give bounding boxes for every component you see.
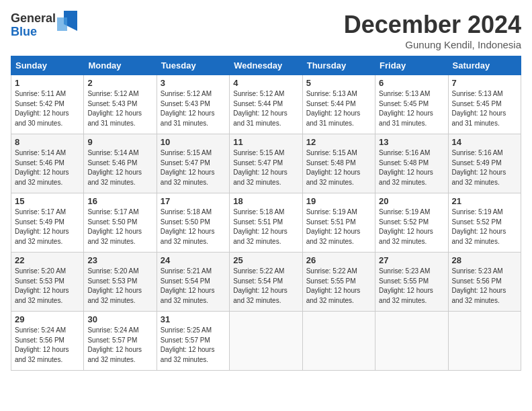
calendar-week-4: 22Sunrise: 5:20 AM Sunset: 5:53 PM Dayli… (11, 253, 521, 312)
calendar-week-1: 1Sunrise: 5:11 AM Sunset: 5:42 PM Daylig… (11, 75, 521, 134)
calendar-cell: 12Sunrise: 5:15 AM Sunset: 5:48 PM Dayli… (302, 134, 375, 193)
calendar-week-2: 8Sunrise: 5:14 AM Sunset: 5:46 PM Daylig… (11, 134, 521, 193)
day-number: 29 (15, 314, 80, 324)
calendar-cell (302, 312, 375, 371)
column-header-monday: Monday (84, 56, 157, 75)
logo-blue: Blue (11, 26, 56, 39)
calendar-cell: 21Sunrise: 5:19 AM Sunset: 5:52 PM Dayli… (448, 193, 521, 253)
day-info: Sunrise: 5:15 AM Sunset: 5:48 PM Dayligh… (306, 148, 371, 187)
day-number: 28 (452, 255, 517, 265)
day-info: Sunrise: 5:12 AM Sunset: 5:43 PM Dayligh… (87, 89, 152, 128)
calendar-cell: 8Sunrise: 5:14 AM Sunset: 5:46 PM Daylig… (11, 134, 84, 193)
month-title: December 2024 (344, 11, 521, 39)
calendar-cell: 11Sunrise: 5:15 AM Sunset: 5:47 PM Dayli… (230, 134, 302, 193)
day-number: 27 (379, 255, 444, 265)
calendar-cell: 22Sunrise: 5:20 AM Sunset: 5:53 PM Dayli… (11, 253, 84, 312)
calendar-cell: 15Sunrise: 5:17 AM Sunset: 5:49 PM Dayli… (11, 193, 84, 253)
day-info: Sunrise: 5:14 AM Sunset: 5:46 PM Dayligh… (15, 148, 80, 187)
calendar-cell (448, 312, 521, 371)
day-info: Sunrise: 5:16 AM Sunset: 5:48 PM Dayligh… (379, 148, 444, 187)
calendar-cell: 2Sunrise: 5:12 AM Sunset: 5:43 PM Daylig… (84, 75, 157, 134)
day-number: 2 (87, 78, 152, 88)
calendar-cell: 28Sunrise: 5:23 AM Sunset: 5:56 PM Dayli… (448, 253, 521, 312)
day-info: Sunrise: 5:18 AM Sunset: 5:50 PM Dayligh… (161, 208, 226, 246)
column-header-sunday: Sunday (11, 56, 84, 75)
calendar-cell: 7Sunrise: 5:13 AM Sunset: 5:45 PM Daylig… (448, 75, 521, 134)
calendar-week-5: 29Sunrise: 5:24 AM Sunset: 5:56 PM Dayli… (11, 312, 521, 371)
day-number: 16 (87, 196, 152, 206)
day-number: 18 (233, 196, 298, 206)
day-info: Sunrise: 5:16 AM Sunset: 5:49 PM Dayligh… (452, 148, 517, 187)
day-number: 23 (87, 255, 152, 265)
day-info: Sunrise: 5:22 AM Sunset: 5:54 PM Dayligh… (233, 267, 298, 306)
day-number: 6 (379, 78, 444, 88)
column-header-thursday: Thursday (302, 56, 375, 75)
day-number: 13 (379, 137, 444, 147)
column-header-saturday: Saturday (448, 56, 521, 75)
calendar-cell (230, 312, 302, 371)
day-info: Sunrise: 5:24 AM Sunset: 5:56 PM Dayligh… (15, 326, 80, 365)
day-number: 25 (233, 255, 298, 265)
calendar-table: SundayMondayTuesdayWednesdayThursdayFrid… (11, 56, 521, 371)
day-number: 5 (306, 78, 371, 88)
title-block: December 2024 Gunung Kendil, Indonesia (344, 11, 521, 50)
calendar-cell: 16Sunrise: 5:17 AM Sunset: 5:50 PM Dayli… (84, 193, 157, 253)
day-number: 10 (161, 137, 226, 147)
column-header-wednesday: Wednesday (230, 56, 302, 75)
day-number: 21 (452, 196, 517, 206)
day-number: 9 (87, 137, 152, 147)
day-info: Sunrise: 5:23 AM Sunset: 5:55 PM Dayligh… (379, 267, 444, 306)
calendar-cell: 3Sunrise: 5:12 AM Sunset: 5:43 PM Daylig… (157, 75, 229, 134)
calendar-cell: 9Sunrise: 5:14 AM Sunset: 5:46 PM Daylig… (84, 134, 157, 193)
day-number: 3 (161, 78, 226, 88)
day-number: 14 (452, 137, 517, 147)
day-number: 31 (161, 314, 226, 324)
day-number: 24 (161, 255, 226, 265)
location: Gunung Kendil, Indonesia (344, 39, 521, 50)
calendar-cell: 19Sunrise: 5:19 AM Sunset: 5:51 PM Dayli… (302, 193, 375, 253)
logo-icon (57, 11, 77, 40)
day-number: 12 (306, 137, 371, 147)
day-number: 15 (15, 196, 80, 206)
calendar-cell: 4Sunrise: 5:12 AM Sunset: 5:44 PM Daylig… (230, 75, 302, 134)
day-info: Sunrise: 5:17 AM Sunset: 5:50 PM Dayligh… (87, 208, 152, 246)
day-info: Sunrise: 5:19 AM Sunset: 5:51 PM Dayligh… (306, 208, 371, 246)
calendar-cell: 6Sunrise: 5:13 AM Sunset: 5:45 PM Daylig… (375, 75, 448, 134)
day-number: 11 (233, 137, 298, 147)
calendar-cell: 31Sunrise: 5:25 AM Sunset: 5:57 PM Dayli… (157, 312, 229, 371)
calendar-cell: 20Sunrise: 5:19 AM Sunset: 5:52 PM Dayli… (375, 193, 448, 253)
calendar-cell: 29Sunrise: 5:24 AM Sunset: 5:56 PM Dayli… (11, 312, 84, 371)
day-info: Sunrise: 5:20 AM Sunset: 5:53 PM Dayligh… (15, 267, 80, 306)
svg-marker-1 (57, 17, 67, 31)
day-info: Sunrise: 5:25 AM Sunset: 5:57 PM Dayligh… (161, 326, 226, 365)
calendar-cell: 1Sunrise: 5:11 AM Sunset: 5:42 PM Daylig… (11, 75, 84, 134)
day-number: 30 (87, 314, 152, 324)
day-number: 20 (379, 196, 444, 206)
day-info: Sunrise: 5:15 AM Sunset: 5:47 PM Dayligh… (161, 148, 226, 187)
page-header: General Blue December 2024 Gunung Kendil… (11, 11, 521, 50)
day-number: 17 (161, 196, 226, 206)
logo: General Blue (11, 11, 77, 40)
day-number: 26 (306, 255, 371, 265)
logo-general: General (11, 12, 56, 26)
day-info: Sunrise: 5:21 AM Sunset: 5:54 PM Dayligh… (161, 267, 226, 306)
day-info: Sunrise: 5:12 AM Sunset: 5:43 PM Dayligh… (161, 89, 226, 128)
day-number: 4 (233, 78, 298, 88)
calendar-cell: 27Sunrise: 5:23 AM Sunset: 5:55 PM Dayli… (375, 253, 448, 312)
calendar-header-row: SundayMondayTuesdayWednesdayThursdayFrid… (11, 56, 521, 75)
day-info: Sunrise: 5:15 AM Sunset: 5:47 PM Dayligh… (233, 148, 298, 187)
day-info: Sunrise: 5:13 AM Sunset: 5:44 PM Dayligh… (306, 89, 371, 128)
day-number: 19 (306, 196, 371, 206)
calendar-cell (375, 312, 448, 371)
day-info: Sunrise: 5:11 AM Sunset: 5:42 PM Dayligh… (15, 89, 80, 128)
calendar-cell: 23Sunrise: 5:20 AM Sunset: 5:53 PM Dayli… (84, 253, 157, 312)
day-info: Sunrise: 5:20 AM Sunset: 5:53 PM Dayligh… (87, 267, 152, 306)
day-number: 22 (15, 255, 80, 265)
calendar-cell: 10Sunrise: 5:15 AM Sunset: 5:47 PM Dayli… (157, 134, 229, 193)
calendar-cell: 18Sunrise: 5:18 AM Sunset: 5:51 PM Dayli… (230, 193, 302, 253)
day-number: 1 (15, 78, 80, 88)
day-info: Sunrise: 5:14 AM Sunset: 5:46 PM Dayligh… (87, 148, 152, 187)
day-number: 7 (452, 78, 517, 88)
day-info: Sunrise: 5:13 AM Sunset: 5:45 PM Dayligh… (379, 89, 444, 128)
calendar-cell: 17Sunrise: 5:18 AM Sunset: 5:50 PM Dayli… (157, 193, 229, 253)
